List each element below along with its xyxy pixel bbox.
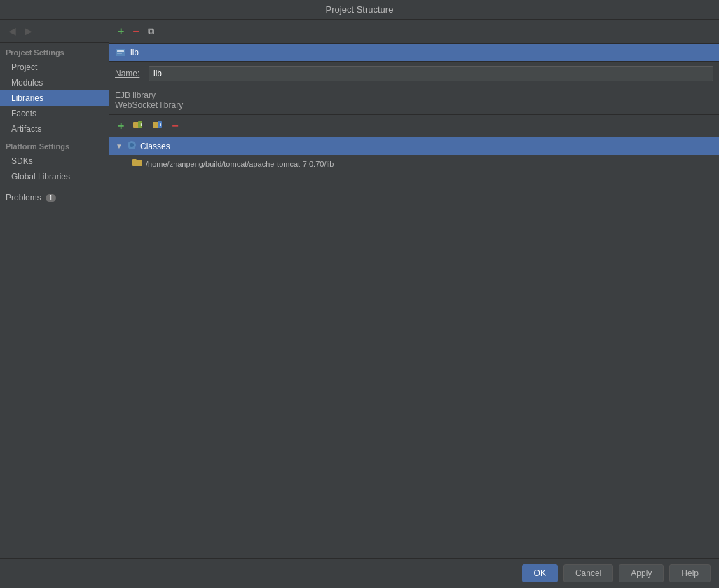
remove-library-button[interactable]: − — [130, 24, 142, 39]
copy-library-button[interactable]: ⧉ — [145, 25, 157, 39]
classes-path-label: /home/zhanpeng/build/tomcat/apache-tomca… — [146, 160, 334, 168]
add-classes-folder-button[interactable]: + — [130, 118, 146, 134]
sidebar-item-modules[interactable]: Modules — [0, 75, 109, 90]
classes-toolbar: + + + − — [109, 115, 719, 137]
main-container: ◀ ▶ Project Settings Project Modules Lib… — [0, 20, 719, 558]
add-library-button[interactable]: + — [115, 24, 127, 39]
library-item-label: lib — [130, 48, 139, 57]
sidebar-item-global-libraries-label: Global Libraries — [11, 172, 70, 182]
svg-point-10 — [130, 143, 134, 147]
tree-view: ▼ Classes /home/zhanpeng/build/tom — [109, 137, 719, 558]
websocket-library-label: WebSocket library — [115, 100, 713, 110]
remove-class-button[interactable]: − — [169, 118, 181, 134]
add-sources-folder-button[interactable]: + — [149, 118, 166, 134]
name-input[interactable] — [149, 66, 713, 81]
name-label: Name: — [115, 69, 143, 78]
name-row: Name: — [109, 62, 719, 86]
sidebar-nav: ◀ ▶ — [0, 20, 109, 43]
sidebar-item-global-libraries[interactable]: Global Libraries — [0, 169, 109, 184]
platform-settings-label: Platform Settings — [0, 137, 109, 153]
tree-child-path[interactable]: /home/zhanpeng/build/tomcat/apache-tomca… — [109, 155, 719, 172]
help-button[interactable]: Help — [669, 564, 711, 582]
ejb-library-label: EJB library — [115, 90, 713, 100]
library-toolbar: + − ⧉ — [109, 20, 719, 44]
sidebar-item-facets-label: Facets — [11, 109, 36, 118]
sidebar-item-problems[interactable]: Problems 1 — [0, 187, 109, 208]
library-info: EJB library WebSocket library — [109, 86, 719, 114]
sidebar: ◀ ▶ Project Settings Project Modules Lib… — [0, 20, 109, 558]
problems-badge: 1 — [46, 194, 57, 202]
cancel-button[interactable]: Cancel — [563, 564, 613, 582]
ok-button[interactable]: OK — [522, 564, 558, 582]
sidebar-item-sdks-label: SDKs — [11, 156, 33, 166]
bottom-bar: OK Cancel Apply Help — [0, 558, 719, 588]
svg-rect-1 — [117, 50, 124, 52]
add-class-button[interactable]: + — [115, 118, 127, 134]
svg-rect-2 — [117, 53, 122, 54]
sidebar-item-sdks[interactable]: SDKs — [0, 153, 109, 169]
sidebar-item-artifacts-label: Artifacts — [11, 124, 41, 134]
sidebar-item-project-label: Project — [11, 62, 37, 72]
tree-toggle-classes[interactable]: ▼ — [115, 142, 123, 150]
folder-icon — [132, 157, 143, 170]
title-bar: Project Structure — [0, 0, 719, 20]
project-settings-label: Project Settings — [0, 43, 109, 60]
library-item-lib[interactable]: lib — [109, 44, 719, 61]
library-list: lib — [109, 44, 719, 62]
svg-text:+: + — [159, 122, 163, 128]
library-icon — [115, 47, 126, 58]
sidebar-item-libraries-label: Libraries — [11, 93, 43, 103]
sidebar-item-facets[interactable]: Facets — [0, 106, 109, 121]
window-title: Project Structure — [326, 4, 394, 15]
tree-node-classes[interactable]: ▼ Classes — [109, 137, 719, 155]
classes-icon — [126, 139, 137, 153]
sidebar-item-libraries[interactable]: Libraries — [0, 90, 109, 106]
sidebar-item-artifacts[interactable]: Artifacts — [0, 121, 109, 137]
sidebar-item-modules-label: Modules — [11, 78, 43, 88]
content-area: + − ⧉ lib Name: — [109, 20, 719, 558]
sidebar-item-project[interactable]: Project — [0, 60, 109, 75]
nav-back-button[interactable]: ◀ — [6, 24, 19, 38]
problems-label: Problems — [6, 193, 41, 203]
svg-text:+: + — [139, 122, 143, 128]
classes-node-label: Classes — [140, 142, 170, 151]
nav-forward-button[interactable]: ▶ — [22, 24, 35, 38]
apply-button[interactable]: Apply — [619, 564, 664, 582]
